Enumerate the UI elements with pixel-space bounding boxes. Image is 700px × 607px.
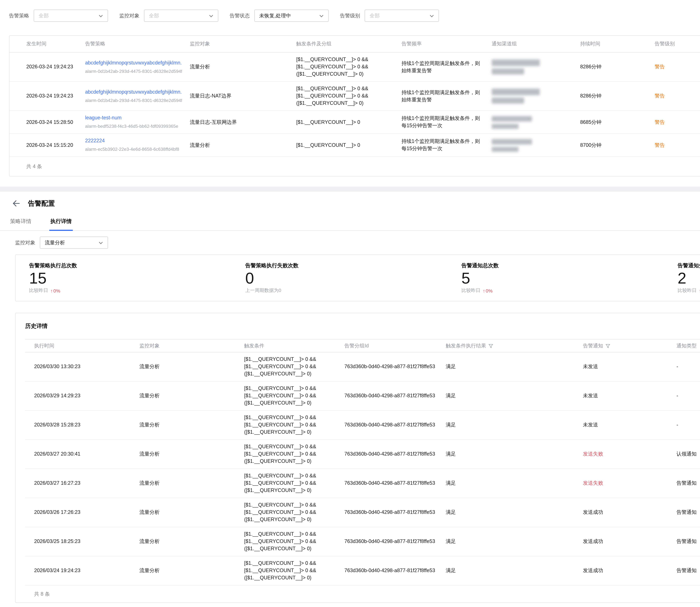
alerts-filter-bar: 告警策略 全部 监控对象 全部 告警状态 未恢复,处理中 告警级别 全部 (0, 0, 700, 22)
filter-policy-select[interactable]: 全部 (34, 9, 108, 22)
exec-condition: [$1.__QUERYCOUNT__]> 0 && [$1.__QUERYCOU… (244, 414, 344, 436)
alerts-total: 共 4 条 (26, 163, 42, 170)
back-button[interactable] (12, 200, 20, 208)
tab-execution-detail[interactable]: 执行详情 (49, 213, 73, 230)
alert-row: 2026-03-24 15:28:50 league-test-num alar… (9, 111, 700, 134)
history-total: 共 8 条 (34, 590, 50, 598)
alert-frequency: 持续1个监控周期满足触发条件，则每15分钟告警一次 (401, 138, 492, 152)
page-title: 告警配置 (28, 199, 55, 208)
filter-funnel-icon[interactable] (605, 343, 610, 348)
section-divider (0, 187, 700, 192)
notify-type: 告警通知 (677, 538, 700, 545)
group-id: 763d360b-0d40-4298-a877-81f27f8ffe53 (344, 509, 446, 516)
alert-policy-link[interactable]: abcdefghijklmnopqrstuvwxyabcdefghijklmn.… (85, 88, 182, 96)
alert-duration: 8286分钟 (580, 63, 655, 70)
alert-level-badge: 警告 (655, 93, 665, 99)
col-frequency: 告警频率 (401, 40, 492, 48)
history-section: 历史详情 执行时间 监控对象 触发条件 告警分组Id 触发条件执行结果 告警通知… (15, 313, 700, 603)
notify-status: 发送成功 (583, 567, 677, 574)
execution-filter-bar: 监控对象 流量分析 统计时间范围 2026-03-01 00:00:00.000… (0, 231, 700, 249)
alert-condition: [$1.__QUERYCOUNT__]> 0 (296, 119, 401, 126)
chevron-down-icon (426, 13, 434, 19)
alert-duration: 8700分钟 (580, 142, 655, 149)
alert-channel-redacted (492, 88, 580, 104)
filter-funnel-icon[interactable] (488, 343, 494, 348)
alert-frequency: 持续1个监控周期满足触发条件，则始终重复告警 (401, 89, 492, 103)
notify-status: 发送失败 (583, 451, 603, 457)
exec-result: 满足 (446, 567, 583, 574)
notify-status: 发送成功 (583, 538, 677, 545)
alert-policy-link[interactable]: league-test-num (85, 114, 182, 122)
alert-object: 流量日志-互联网边界 (190, 119, 296, 126)
stat-policy-total: 告警策略执行总次数 15 比较昨日 ↑0% (16, 255, 232, 301)
alert-policy: 2222224 alarm-ec5b3902-22e3-4e6d-8658-6c… (85, 137, 190, 153)
col-channel: 通知渠道组 (492, 40, 580, 48)
notify-type: - (677, 421, 700, 429)
chevron-down-icon (95, 240, 103, 246)
filter-status: 告警状态 未恢复,处理中 (229, 9, 329, 22)
exec-condition: [$1.__QUERYCOUNT__]> 0 && [$1.__QUERYCOU… (244, 531, 344, 552)
exec-condition: [$1.__QUERYCOUNT__]> 0 && [$1.__QUERYCOU… (244, 560, 344, 582)
exec-time: 2026/03/27 20:30:41 (34, 451, 139, 458)
up-arrow-icon: ↑ (699, 288, 700, 294)
alert-row: 2026-03-24 19:24:23 abcdefghijklmnopqrst… (9, 82, 700, 111)
alert-level-badge: 警告 (655, 142, 665, 148)
filter-status-label: 告警状态 (229, 12, 250, 19)
history-row: 2026/03/24 19:24:23 流量分析 [$1.__QUERYCOUN… (25, 557, 700, 586)
exec-condition: [$1.__QUERYCOUNT__]> 0 && [$1.__QUERYCOU… (244, 502, 344, 523)
group-id: 763d360b-0d40-4298-a877-81f27f8ffe53 (344, 567, 446, 574)
alert-channel-redacted (492, 139, 580, 151)
filter-level: 告警级别 全部 (340, 9, 439, 22)
exec-condition: [$1.__QUERYCOUNT__]> 0 && [$1.__QUERYCOU… (244, 356, 344, 378)
alert-time: 2026-03-24 19:24:23 (26, 92, 85, 100)
alert-object: 流量分析 (190, 142, 296, 149)
exec-time: 2026/03/28 15:28:23 (34, 421, 139, 429)
alert-policy-id: alarm-0d1b42ab-293d-4475-8301-d6328e2d59… (85, 97, 182, 104)
alert-duration: 8286分钟 (580, 92, 655, 100)
exec-time: 2026/03/27 16:27:23 (34, 480, 139, 487)
filter-level-label: 告警级别 (340, 12, 360, 19)
exec-condition: [$1.__QUERYCOUNT__]> 0 && [$1.__QUERYCOU… (244, 385, 344, 407)
history-row: 2026/03/26 17:26:23 流量分析 [$1.__QUERYCOUN… (25, 498, 700, 527)
exec-time: 2026/03/29 14:29:23 (34, 392, 139, 400)
col-condition: 触发条件及分组 (296, 40, 401, 48)
history-row: 2026/03/29 14:29:23 流量分析 [$1.__QUERYCOUN… (25, 382, 700, 411)
alert-duration: 8685分钟 (580, 119, 655, 126)
alert-policy-link[interactable]: abcdefghijklmnopqrstuvwxyabcdefghijklmn.… (85, 59, 182, 66)
up-arrow-icon: ↑ (50, 288, 53, 294)
alert-policy-id: alarm-0d1b42ab-293d-4475-8301-d6328e2d59… (85, 67, 182, 75)
col-object: 监控对象 (190, 40, 296, 48)
object-filter-select[interactable]: 流量分析 (40, 236, 108, 249)
alert-row: 2026-03-24 15:15:20 2222224 alarm-ec5b39… (9, 134, 700, 157)
col-duration: 持续时间 (580, 40, 655, 48)
alert-frequency: 持续1个监控周期满足触发条件，则每15分钟告警一次 (401, 115, 492, 129)
notify-type: 告警通知 (677, 567, 700, 574)
exec-object: 流量分析 (139, 451, 244, 458)
group-id: 763d360b-0d40-4298-a877-81f27f8ffe53 (344, 538, 446, 545)
group-id: 763d360b-0d40-4298-a877-81f27f8ffe53 (344, 480, 446, 487)
detail-tabs: 策略详情 执行详情 (0, 213, 700, 231)
alert-time: 2026-03-24 15:28:50 (26, 119, 85, 126)
filter-status-select[interactable]: 未恢复,处理中 (254, 9, 329, 22)
group-id: 763d360b-0d40-4298-a877-81f27f8ffe53 (344, 451, 446, 458)
alert-object: 流量分析 (190, 63, 296, 70)
alert-channel-redacted (492, 116, 580, 129)
col-condition: 触发条件 (244, 342, 344, 349)
notify-status: 未发送 (583, 363, 677, 370)
chevron-down-icon (316, 13, 324, 19)
alert-policy-link[interactable]: 2222224 (85, 137, 182, 145)
alert-level-badge: 警告 (655, 64, 665, 69)
page: 告警策略 全部 监控对象 全部 告警状态 未恢复,处理中 告警级别 全部 (0, 0, 700, 607)
exec-object: 流量分析 (139, 392, 244, 400)
exec-result: 满足 (446, 421, 583, 429)
alert-channel-redacted (492, 59, 580, 75)
tab-policy-detail[interactable]: 策略详情 (9, 213, 32, 230)
notify-status: 发送成功 (583, 509, 677, 516)
exec-object: 流量分析 (139, 421, 244, 429)
exec-result: 满足 (446, 538, 583, 545)
col-result: 触发条件执行结果 (446, 342, 486, 349)
filter-level-select[interactable]: 全部 (365, 9, 439, 22)
filter-object-select[interactable]: 全部 (144, 9, 218, 22)
alert-policy-id: alarm-bedf5238-f4c3-46d5-bb62-fdf0939936… (85, 123, 182, 130)
exec-condition: [$1.__QUERYCOUNT__]> 0 && [$1.__QUERYCOU… (244, 443, 344, 465)
